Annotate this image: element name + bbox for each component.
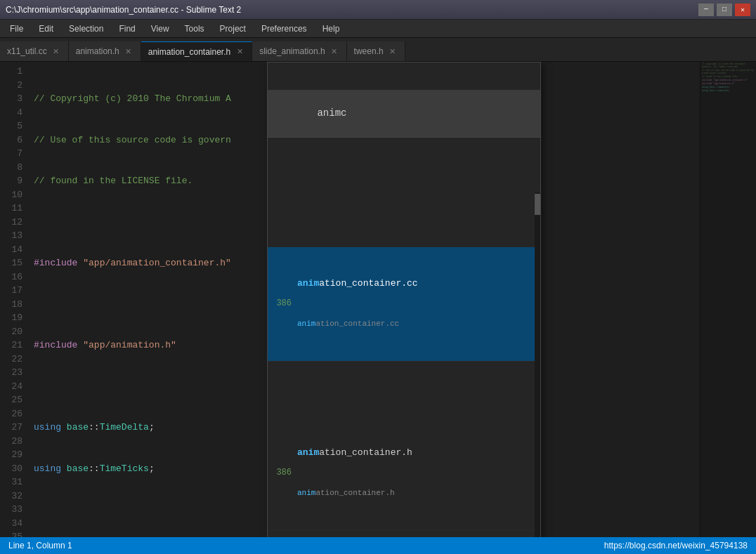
menu-view[interactable]: View	[144, 22, 176, 36]
line-num: 30	[0, 462, 22, 476]
line-num: 10	[0, 188, 22, 202]
autocomplete-list: 386 animation_container.cc animation_con…	[268, 192, 540, 538]
menu-find[interactable]: Find	[112, 22, 142, 36]
autocomplete-items: 386 animation_container.cc animation_con…	[268, 192, 535, 538]
line-num: 29	[0, 448, 22, 462]
line-num: 35	[0, 530, 22, 537]
line-num: 33	[0, 503, 22, 517]
tab-slide-animation-h[interactable]: slide_animation.h ✕	[252, 41, 346, 61]
autocomplete-item-2[interactable]: 386 animation_container.h animation_cont…	[268, 416, 535, 531]
menu-file[interactable]: File	[3, 22, 30, 36]
line-num: 24	[0, 380, 22, 394]
title-bar: C:\J\chromium\src\app\animation_containe…	[0, 0, 756, 20]
menu-preferences[interactable]: Preferences	[254, 22, 314, 36]
line-num: 6	[0, 133, 22, 147]
tab-label: tween.h	[354, 46, 384, 56]
ac-rank-2: 386	[268, 416, 294, 530]
line-num: 15	[0, 256, 22, 270]
ac-sub-2: animation_container.h	[297, 487, 532, 501]
tab-close-animation-container-h[interactable]: ✕	[235, 47, 245, 57]
line-num: 5	[0, 119, 22, 133]
tab-close-slide-animation-h[interactable]: ✕	[330, 46, 339, 56]
autocomplete-input[interactable]	[317, 107, 578, 119]
close-button[interactable]: ✕	[735, 4, 750, 16]
line-num: 12	[0, 216, 22, 230]
line-num: 18	[0, 298, 22, 312]
menu-project[interactable]: Project	[213, 22, 253, 36]
ac-rank-1: 386	[268, 247, 294, 361]
line-num: 11	[0, 202, 22, 216]
menu-tools[interactable]: Tools	[178, 22, 211, 36]
tab-close-animation-h[interactable]: ✕	[124, 46, 133, 56]
line-num: 26	[0, 407, 22, 421]
maximize-button[interactable]: □	[717, 4, 732, 16]
line-num: 23	[0, 366, 22, 380]
tab-close-x11-util[interactable]: ✕	[51, 46, 61, 56]
tab-label: slide_animation.h	[259, 46, 325, 56]
line-num: 25	[0, 393, 22, 407]
code-editor[interactable]: // Copyright (c) 2010 The Chromium A // …	[28, 62, 700, 537]
line-num: 31	[0, 475, 22, 489]
tab-label: animation_container.h	[148, 47, 230, 57]
line-num: 27	[0, 421, 22, 435]
line-num: 21	[0, 338, 22, 352]
autocomplete-input-row	[268, 90, 540, 138]
tab-label: x11_util.cc	[7, 46, 47, 56]
ac-sub-1: animation_container.cc	[297, 317, 532, 331]
autocomplete-dropdown: 386 animation_container.cc animation_con…	[267, 62, 541, 537]
menu-bar: File Edit Selection Find View Tools Proj…	[0, 20, 756, 38]
tab-animation-container-h[interactable]: animation_container.h ✕	[141, 41, 252, 61]
minimap: // Copyright (c) 2010 The Chromium Autho…	[700, 62, 756, 537]
line-num: 2	[0, 79, 22, 93]
menu-help[interactable]: Help	[315, 22, 347, 36]
line-num: 19	[0, 311, 22, 325]
status-position: Line 1, Column 1	[8, 541, 72, 550]
line-num: 32	[0, 489, 22, 503]
menu-selection[interactable]: Selection	[62, 22, 110, 36]
line-numbers: 1 2 3 4 5 6 7 8 9 10 11 12 13 14 15 16 1…	[0, 62, 28, 537]
line-num: 9	[0, 174, 22, 188]
ac-content-1: animation_container.cc animation_contain…	[294, 247, 535, 361]
line-num: 13	[0, 229, 22, 243]
window-controls: ─ □ ✕	[698, 4, 750, 16]
tab-bar: x11_util.cc ✕ animation.h ✕ animation_co…	[0, 38, 756, 62]
tab-label: animation.h	[76, 46, 119, 56]
line-num: 16	[0, 270, 22, 284]
line-num: 34	[0, 517, 22, 531]
minimap-content: // Copyright (c) 2010 The Chromium Autho…	[700, 62, 756, 537]
ac-name-1: animation_container.cc	[297, 277, 532, 291]
line-num: 7	[0, 147, 22, 161]
line-num: 8	[0, 161, 22, 175]
line-num: 17	[0, 284, 22, 298]
ac-name-2: animation_container.h	[297, 446, 532, 460]
line-num: 14	[0, 243, 22, 257]
status-bar: Line 1, Column 1 https://blog.csdn.net/w…	[0, 537, 756, 554]
line-num: 28	[0, 435, 22, 449]
editor-container: 1 2 3 4 5 6 7 8 9 10 11 12 13 14 15 16 1…	[0, 62, 756, 537]
autocomplete-scroll-thumb	[535, 194, 540, 215]
ac-content-2: animation_container.h animation_containe…	[294, 416, 535, 530]
line-num: 4	[0, 106, 22, 120]
line-num: 20	[0, 325, 22, 339]
autocomplete-scrollbar[interactable]	[535, 192, 540, 538]
line-num: 3	[0, 92, 22, 106]
tab-tween-h[interactable]: tween.h ✕	[347, 41, 405, 61]
tab-animation-h[interactable]: animation.h ✕	[69, 41, 141, 61]
autocomplete-item-1[interactable]: 386 animation_container.cc animation_con…	[268, 247, 535, 362]
line-num: 1	[0, 65, 22, 79]
minimize-button[interactable]: ─	[698, 4, 714, 16]
line-num: 22	[0, 352, 22, 367]
tab-close-tween-h[interactable]: ✕	[388, 46, 398, 56]
menu-edit[interactable]: Edit	[32, 22, 60, 36]
status-url: https://blog.csdn.net/weixin_45794138	[604, 541, 748, 550]
window-title: C:\J\chromium\src\app\animation_containe…	[6, 5, 241, 15]
tab-x11-util[interactable]: x11_util.cc ✕	[0, 41, 69, 61]
